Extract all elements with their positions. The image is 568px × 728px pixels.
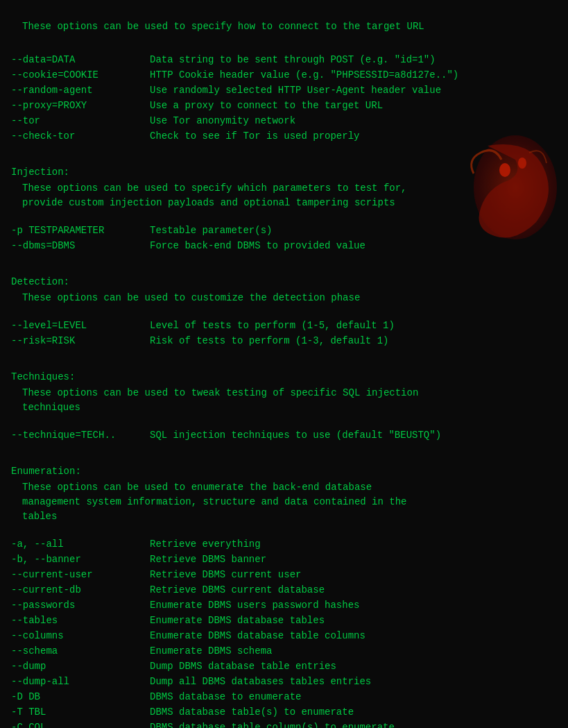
option-name: --proxy=PROXY xyxy=(11,99,150,113)
option-desc: Use Tor anonymity network xyxy=(150,114,557,128)
option-row: --level=LEVEL Level of tests to perform … xyxy=(11,319,557,333)
enumeration-desc: These options can be used to enumerate t… xyxy=(11,480,557,495)
option-row: -D DB DBMS database to enumerate xyxy=(11,690,557,704)
option-row: -a, --all Retrieve everything xyxy=(11,537,557,552)
option-name: --random-agent xyxy=(11,83,150,98)
option-row: --data=DATA Data string to be sent throu… xyxy=(11,53,557,67)
techniques-header: Techniques: xyxy=(11,370,557,384)
option-name: -D DB xyxy=(11,690,150,704)
option-row: --current-db Retrieve DBMS current datab… xyxy=(11,583,557,598)
option-row: --tor Use Tor anonymity network xyxy=(11,114,557,128)
option-desc: Level of tests to perform (1-5, default … xyxy=(150,319,557,333)
option-name: --tables xyxy=(11,613,150,628)
option-desc: Enumerate DBMS database table columns xyxy=(150,629,557,643)
option-row: -T TBL DBMS database table(s) to enumera… xyxy=(11,705,557,720)
option-row: --random-agent Use randomly selected HTT… xyxy=(11,83,557,98)
option-desc: Enumerate DBMS users password hashes xyxy=(150,598,557,613)
option-row: --proxy=PROXY Use a proxy to connect to … xyxy=(11,99,557,113)
option-desc: Retrieve DBMS current user xyxy=(150,568,557,582)
techniques-desc: These options can be used to tweak testi… xyxy=(11,386,557,400)
option-desc: Enumerate DBMS schema xyxy=(150,644,557,659)
option-row: --columns Enumerate DBMS database table … xyxy=(11,629,557,643)
option-name: --risk=RISK xyxy=(11,334,150,348)
option-desc: SQL injection techniques to use (default… xyxy=(150,428,557,443)
option-name: --current-db xyxy=(11,583,150,598)
option-name: --schema xyxy=(11,644,150,659)
option-desc: Retrieve DBMS current database xyxy=(150,583,557,598)
option-desc: Use randomly selected HTTP User-Agent he… xyxy=(150,83,557,98)
option-name: --passwords xyxy=(11,598,150,613)
option-name: --data=DATA xyxy=(11,53,150,67)
option-name: --dump xyxy=(11,659,150,674)
option-name: --current-user xyxy=(11,568,150,582)
option-desc: Dump all DBMS databases tables entries xyxy=(150,675,557,689)
option-desc: DBMS database table column(s) to enumera… xyxy=(150,720,557,728)
option-name: -C COL xyxy=(11,720,150,728)
option-name: --columns xyxy=(11,629,150,643)
option-name: --tor xyxy=(11,114,150,128)
option-desc: Use a proxy to connect to the target URL xyxy=(150,99,557,113)
option-desc: Dump DBMS database table entries xyxy=(150,659,557,674)
option-name: --check-tor xyxy=(11,129,150,144)
option-desc: DBMS database table(s) to enumerate xyxy=(150,705,557,720)
option-row: -C COL DBMS database table column(s) to … xyxy=(11,720,557,728)
option-row: --technique=TECH.. SQL injection techniq… xyxy=(11,428,557,443)
option-desc: DBMS database to enumerate xyxy=(150,690,557,704)
enumeration-desc3: tables xyxy=(11,509,557,524)
enumeration-desc2: management system information, structure… xyxy=(11,495,557,509)
option-row: -b, --banner Retrieve DBMS banner xyxy=(11,552,557,567)
option-name: --technique=TECH.. xyxy=(11,428,150,443)
detection-desc: These options can be used to customize t… xyxy=(11,291,557,305)
option-row: --cookie=COOKIE HTTP Cookie header value… xyxy=(11,68,557,83)
terminal-content: These options can be used to specify how… xyxy=(11,7,557,728)
option-row: --schema Enumerate DBMS schema xyxy=(11,644,557,659)
option-row: --current-user Retrieve DBMS current use… xyxy=(11,568,557,582)
enumeration-header: Enumeration: xyxy=(11,464,557,479)
option-desc: Data string to be sent through POST (e.g… xyxy=(150,53,557,67)
option-name: -a, --all xyxy=(11,537,150,552)
detection-header: Detection: xyxy=(11,275,557,289)
option-name: -p TESTPARAMETER xyxy=(11,223,150,238)
option-row: --risk=RISK Risk of tests to perform (1-… xyxy=(11,334,557,348)
svg-point-2 xyxy=(518,158,526,169)
option-desc: Risk of tests to perform (1-3, default 1… xyxy=(150,334,557,348)
option-row: --passwords Enumerate DBMS users passwor… xyxy=(11,598,557,613)
option-row: --dump-all Dump all DBMS databases table… xyxy=(11,675,557,689)
option-desc: Retrieve everything xyxy=(150,537,557,552)
option-name: --dump-all xyxy=(11,675,150,689)
sqlmap-logo xyxy=(432,132,557,243)
option-desc: Retrieve DBMS banner xyxy=(150,552,557,567)
option-name: -b, --banner xyxy=(11,552,150,567)
option-name: -T TBL xyxy=(11,705,150,720)
option-row: --dump Dump DBMS database table entries xyxy=(11,659,557,674)
option-name: --cookie=COOKIE xyxy=(11,68,150,83)
request-desc: These options can be used to specify how… xyxy=(11,19,557,34)
svg-point-1 xyxy=(499,163,510,177)
option-desc: HTTP Cookie header value (e.g. "PHPSESSI… xyxy=(150,68,557,83)
option-row: --tables Enumerate DBMS database tables xyxy=(11,613,557,628)
option-name: --level=LEVEL xyxy=(11,319,150,333)
techniques-desc2: techniques xyxy=(11,400,557,415)
option-name: --dbms=DBMS xyxy=(11,239,150,253)
option-desc: Enumerate DBMS database tables xyxy=(150,613,557,628)
